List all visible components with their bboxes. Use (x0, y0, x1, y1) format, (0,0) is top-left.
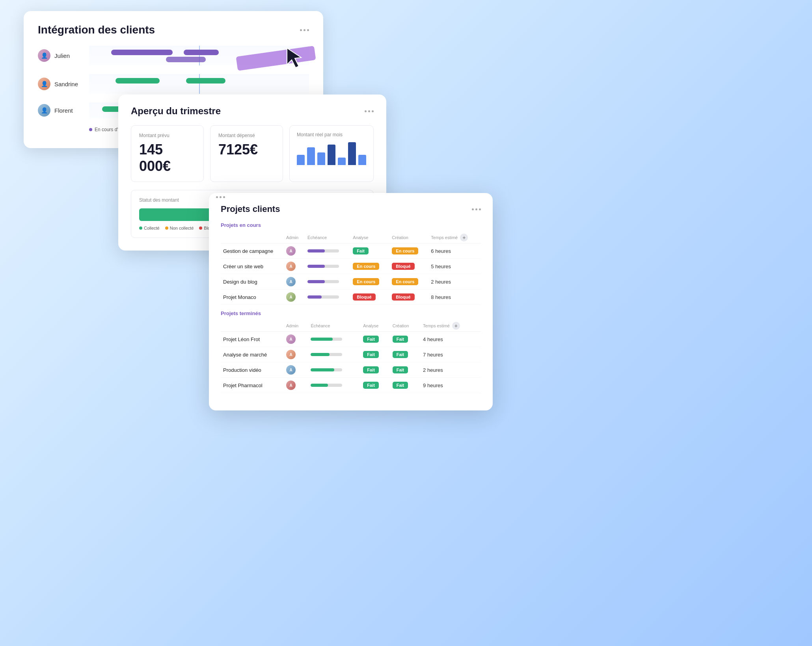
avatar-2: A (286, 277, 296, 286)
label-non-collecte: Non collecté (170, 226, 194, 230)
badge-creation-1: Bloqué (392, 263, 414, 270)
proj-echeance-2 (305, 274, 350, 290)
t-mini-bar-3 (311, 384, 342, 387)
montant-depense-label: Montant dépensé (218, 133, 275, 138)
t-badge-analyse-0: Fait (363, 336, 379, 343)
t-mini-bar-1 (311, 353, 342, 356)
t-badge-creation-3: Fait (393, 382, 408, 389)
t-badge-creation-0: Fait (393, 336, 408, 343)
t-proj-name-3: Projet Pharmacol (221, 378, 284, 393)
t-avatar-0: A (286, 334, 296, 344)
proj-echeance-0 (305, 243, 350, 259)
gantt-user-julien: 👤 Julien (38, 49, 89, 62)
montant-prevu-box: Montant prévu 145 000€ (131, 125, 204, 182)
t-proj-admin-2: A (284, 362, 308, 378)
proj-echeance-3 (305, 290, 350, 305)
legend-collecte: Collecté (139, 226, 160, 230)
montant-prevu-label: Montant prévu (139, 133, 196, 138)
projets-card: Projets clients Projets en cours Admin É… (209, 193, 493, 410)
col-creation-header: Création (389, 232, 428, 243)
gantt-user-florent: 👤 Florent (38, 104, 89, 117)
gantt-name-julien: Julien (54, 52, 70, 59)
apercu-bottom-dots[interactable] (216, 196, 225, 198)
t-mini-bar-fill-3 (311, 384, 328, 387)
t-proj-creation-3: Fait (390, 378, 421, 393)
termines-row: Projet Léon Frot A Fait Fait 4 heures (221, 332, 481, 347)
t-mini-bar-fill-1 (311, 353, 330, 356)
mini-bar-0 (307, 249, 339, 252)
proj-analyse-3: Bloqué (350, 290, 389, 305)
apercu-title: Aperçu du trimestre (131, 106, 221, 117)
mini-bar-1 (307, 265, 339, 268)
t-proj-temps-2: 2 heures (421, 362, 481, 378)
avatar-florent: 👤 (38, 104, 50, 117)
add-column-button[interactable]: + (460, 234, 468, 241)
montant-depense-box: Montant dépensé 7125€ (210, 125, 283, 182)
termines-row: Production vidéo A Fait Fait 2 heures (221, 362, 481, 378)
proj-name-3: Projet Monaco (221, 290, 284, 305)
dot-non-collecte (165, 226, 168, 230)
t-badge-creation-1: Fait (393, 351, 408, 358)
projets-menu-button[interactable] (472, 208, 481, 210)
col-temps-header-t: Temps estimé + (421, 320, 481, 332)
t-proj-name-1: Analyse de marché (221, 347, 284, 362)
proj-analyse-0: Fait (350, 243, 389, 259)
t-proj-echeance-0 (308, 332, 361, 347)
t-proj-name-2: Production vidéo (221, 362, 284, 378)
t-proj-analyse-3: Fait (361, 378, 390, 393)
chart-bar-1 (307, 147, 315, 165)
label-collecte: Collecté (144, 226, 160, 230)
gantt-header: Intégration des clients (38, 24, 309, 36)
chart-bar-0 (297, 155, 305, 165)
badge-analyse-1: En cours (353, 263, 379, 270)
proj-creation-2: En cours (389, 274, 428, 290)
t-proj-admin-1: A (284, 347, 308, 362)
t-proj-creation-2: Fait (390, 362, 421, 378)
proj-creation-0: En cours (389, 243, 428, 259)
cursor-arrow (284, 46, 307, 70)
apercu-menu-button[interactable] (365, 110, 374, 112)
col-project-name-header-t (221, 320, 284, 332)
badge-analyse-2: En cours (353, 278, 379, 285)
gantt-title: Intégration des clients (38, 24, 155, 36)
col-admin-header: Admin (284, 232, 305, 243)
add-column-button-t[interactable]: + (452, 322, 460, 330)
proj-analyse-2: En cours (350, 274, 389, 290)
col-echeance-header: Échéance (305, 232, 350, 243)
chart-bar-6 (358, 155, 366, 165)
t-proj-analyse-2: Fait (361, 362, 390, 378)
t-avatar-1: A (286, 350, 296, 359)
avatar-julien: 👤 (38, 49, 50, 62)
t-badge-creation-2: Fait (393, 366, 408, 373)
col-temps-header: Temps estimé + (428, 232, 481, 243)
t-proj-echeance-1 (308, 347, 361, 362)
badge-creation-3: Bloqué (392, 293, 414, 301)
col-echeance-header-t: Échéance (308, 320, 361, 332)
chart-bar-2 (317, 152, 325, 165)
t-avatar-2: A (286, 365, 296, 375)
proj-creation-3: Bloqué (389, 290, 428, 305)
mini-bar-fill-0 (307, 249, 325, 252)
t-mini-bar-0 (311, 338, 342, 341)
gantt-row-sandrine: 👤 Sandrine (38, 74, 309, 94)
chart-bar-5 (348, 142, 356, 165)
legend-non-collecte: Non collecté (165, 226, 194, 230)
gantt-name-sandrine: Sandrine (54, 81, 78, 87)
t-badge-analyse-3: Fait (363, 382, 379, 389)
dot-collecte (139, 226, 142, 230)
bar-chart-box: Montant réel par mois (289, 125, 374, 182)
t-mini-bar-2 (311, 368, 342, 371)
col-analyse-header-t: Analyse (361, 320, 390, 332)
en-cours-table: Admin Échéance Analyse Création Temps es… (221, 232, 481, 305)
gantt-menu-button[interactable] (300, 29, 309, 31)
proj-creation-1: Bloqué (389, 259, 428, 274)
t-proj-temps-1: 7 heures (421, 347, 481, 362)
col-admin-header-t: Admin (284, 320, 308, 332)
chart-label: Montant réel par mois (297, 132, 366, 137)
section-en-cours-label: Projets en cours (221, 222, 481, 228)
en-cours-row: Créer un site web A En cours Bloqué 5 he… (221, 259, 481, 274)
t-proj-creation-0: Fait (390, 332, 421, 347)
gantt-user-sandrine: 👤 Sandrine (38, 78, 89, 90)
t-avatar-3: A (286, 381, 296, 390)
proj-admin-0: A (284, 243, 305, 259)
